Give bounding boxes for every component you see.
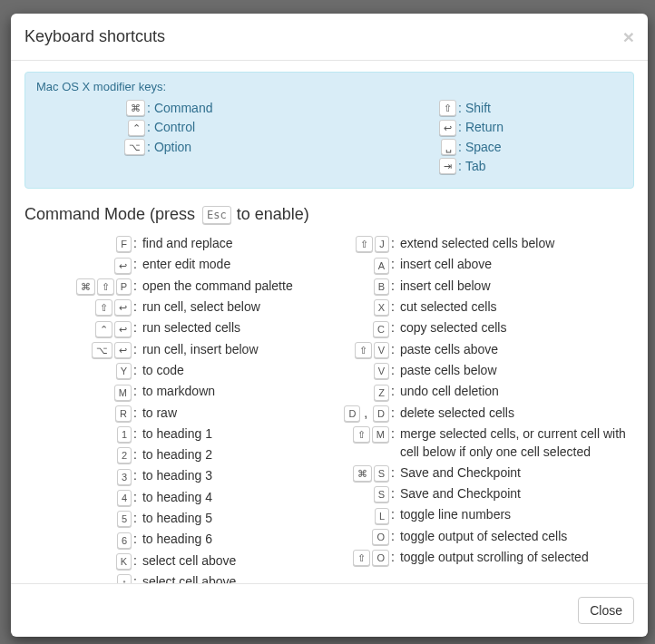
shortcut-description: toggle output of selected cells bbox=[398, 527, 634, 545]
shortcut-description: to heading 6 bbox=[141, 530, 320, 548]
legend-label: Space bbox=[465, 140, 502, 154]
key-cap: ⇧ bbox=[356, 236, 373, 252]
key-cap: L bbox=[375, 508, 389, 524]
close-icon[interactable]: × bbox=[623, 27, 634, 46]
key-cap: 1 bbox=[117, 426, 132, 443]
shortcut-description: toggle line numbers bbox=[398, 505, 634, 523]
shortcut-description: select cell above bbox=[141, 551, 320, 570]
key-cap: ⇧ bbox=[95, 299, 112, 316]
shortcut-keys: Z bbox=[338, 382, 389, 400]
key-cap: ⌥ bbox=[124, 139, 145, 155]
shortcut-keys: ↑ bbox=[24, 572, 132, 583]
shortcut-description: run cell, select below bbox=[141, 298, 320, 316]
shortcut-keys: K bbox=[24, 551, 132, 570]
shortcut-description: enter edit mode bbox=[141, 255, 320, 273]
key-cap: ↑ bbox=[117, 574, 132, 583]
shortcut-keys: ⌘S bbox=[338, 463, 389, 482]
key-cap: ⌃ bbox=[95, 321, 112, 337]
key-cap: 3 bbox=[117, 469, 132, 485]
shortcut-description: merge selected cells, or current cell wi… bbox=[398, 424, 634, 461]
colon: : bbox=[133, 572, 137, 583]
key-cap: ⇧ bbox=[353, 426, 370, 443]
legend-label: Command bbox=[154, 101, 213, 115]
heading-text-post: to enable) bbox=[237, 205, 309, 224]
shortcut-row: ⌥↩:run cell, insert below bbox=[24, 340, 320, 358]
colon: : bbox=[133, 255, 137, 273]
key-cap: ↩ bbox=[114, 299, 132, 316]
legend-label: Shift bbox=[465, 101, 491, 115]
key-cap: ⇧ bbox=[97, 278, 114, 295]
colon: : bbox=[133, 488, 137, 506]
shortcut-keys: ⇧↩ bbox=[24, 298, 132, 316]
shortcut-keys: 6 bbox=[24, 530, 132, 548]
key-cap: S bbox=[374, 486, 389, 503]
key-cap: 4 bbox=[117, 490, 132, 506]
shortcut-description: cut selected cells bbox=[398, 298, 634, 316]
shortcut-keys: A bbox=[338, 255, 389, 273]
shortcut-description: select cell above bbox=[141, 572, 320, 583]
shortcut-row: R:to raw bbox=[24, 404, 320, 422]
colon: : bbox=[391, 484, 395, 503]
command-mode-heading: Command Mode (press Esc to enable) bbox=[24, 205, 634, 224]
colon: : bbox=[391, 527, 395, 545]
colon: : bbox=[458, 120, 462, 134]
legend-row: ↩:Return bbox=[347, 119, 622, 135]
shortcut-row: C:copy selected cells bbox=[338, 318, 634, 337]
shortcut-row: ⇧O:toggle output scrolling of selected bbox=[338, 548, 634, 566]
colon: : bbox=[133, 318, 137, 337]
shortcut-description: toggle output scrolling of selected bbox=[398, 548, 634, 566]
dialog-title: Keyboard shortcuts bbox=[24, 27, 623, 46]
shortcut-row: 2:to heading 2 bbox=[24, 445, 320, 463]
close-button[interactable]: Close bbox=[578, 597, 634, 624]
key-cap: 2 bbox=[117, 447, 132, 463]
key-cap: Y bbox=[116, 363, 132, 379]
shortcut-keys: C bbox=[338, 318, 389, 337]
shortcut-description: open the command palette bbox=[141, 277, 320, 295]
legend-row: ⇥:Tab bbox=[347, 158, 622, 174]
legend-row: ⌃:Control bbox=[36, 119, 311, 135]
legend-column-left: ⌘:Command⌃:Control⌥:Option bbox=[36, 97, 311, 177]
colon: : bbox=[391, 361, 395, 379]
key-cap: ⌘ bbox=[126, 100, 145, 116]
shortcut-keys: ↩ bbox=[24, 255, 132, 273]
key-cap: M bbox=[114, 385, 132, 401]
key-separator: , bbox=[360, 405, 371, 420]
colon: : bbox=[133, 340, 137, 358]
key-cap: ↩ bbox=[114, 258, 132, 274]
modifier-keys-legend: Mac OS X modifier keys: ⌘:Command⌃:Contr… bbox=[24, 72, 634, 189]
shortcut-description: Save and Checkpoint bbox=[398, 463, 634, 482]
shortcut-row: S:Save and Checkpoint bbox=[338, 484, 634, 503]
key-cap: ↩ bbox=[439, 120, 456, 136]
shortcut-row: Z:undo cell deletion bbox=[338, 382, 634, 400]
shortcut-keys: O bbox=[338, 527, 389, 545]
colon: : bbox=[391, 424, 395, 443]
legend-title: Mac OS X modifier keys: bbox=[36, 80, 622, 93]
colon: : bbox=[391, 340, 395, 358]
key-cap: Z bbox=[374, 385, 389, 401]
key-cap: ⌥ bbox=[92, 342, 112, 358]
shortcut-description: delete selected cells bbox=[398, 404, 634, 422]
colon: : bbox=[391, 548, 395, 566]
colon: : bbox=[147, 140, 151, 154]
dialog-header: Keyboard shortcuts × bbox=[11, 14, 648, 61]
key-cap: ⌘ bbox=[76, 278, 95, 295]
shortcut-description: run selected cells bbox=[141, 318, 320, 337]
shortcut-row: ⇧J:extend selected cells below bbox=[338, 234, 634, 252]
key-cap: ⌘ bbox=[353, 465, 372, 482]
colon: : bbox=[391, 318, 395, 337]
shortcuts-column-left: F:find and replace↩:enter edit mode⌘⇧P:o… bbox=[24, 231, 320, 583]
legend-label: Return bbox=[465, 120, 503, 134]
shortcut-keys: R bbox=[24, 404, 132, 422]
key-cap: ⇧ bbox=[355, 342, 372, 358]
shortcuts-grid: F:find and replace↩:enter edit mode⌘⇧P:o… bbox=[24, 231, 634, 583]
colon: : bbox=[391, 382, 395, 400]
shortcut-keys: ⌘⇧P bbox=[24, 277, 132, 295]
key-cap: K bbox=[116, 553, 132, 570]
shortcut-row: ⌘S:Save and Checkpoint bbox=[338, 463, 634, 482]
legend-key: ⌃ bbox=[36, 119, 145, 135]
key-cap: V bbox=[374, 342, 389, 358]
shortcut-keys: S bbox=[338, 484, 389, 503]
shortcut-row: F:find and replace bbox=[24, 234, 320, 252]
shortcut-row: ⌃↩:run selected cells bbox=[24, 318, 320, 337]
shortcut-description: find and replace bbox=[141, 234, 320, 252]
